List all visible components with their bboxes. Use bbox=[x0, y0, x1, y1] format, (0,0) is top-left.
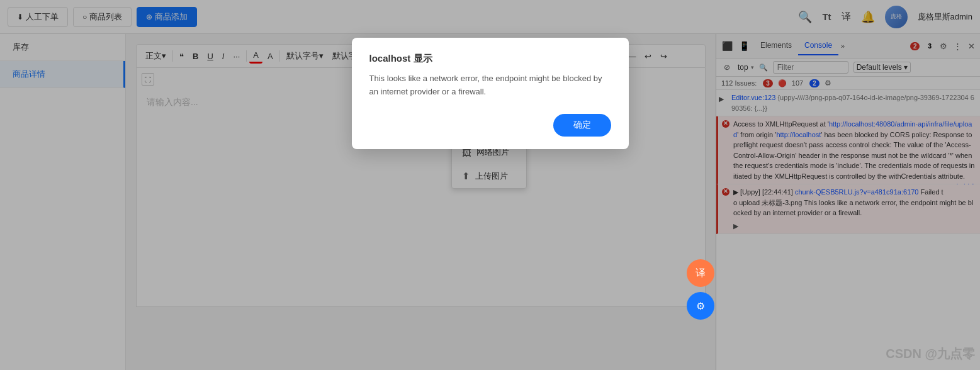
dialog-message: This looks like a network error, the end… bbox=[369, 72, 611, 99]
dialog-title: localhost 显示 bbox=[369, 53, 611, 65]
dialog-box: localhost 显示 This looks like a network e… bbox=[352, 38, 629, 149]
settings-float-btn[interactable]: ⚙ bbox=[687, 292, 714, 320]
dialog-confirm-btn[interactable]: 确定 bbox=[553, 114, 611, 137]
dialog-btn-row: 确定 bbox=[369, 114, 611, 137]
float-btns: 译 ⚙ bbox=[687, 259, 714, 320]
dialog-overlay: localhost 显示 This looks like a network e… bbox=[0, 0, 980, 370]
translate-btn[interactable]: 译 bbox=[687, 259, 714, 287]
